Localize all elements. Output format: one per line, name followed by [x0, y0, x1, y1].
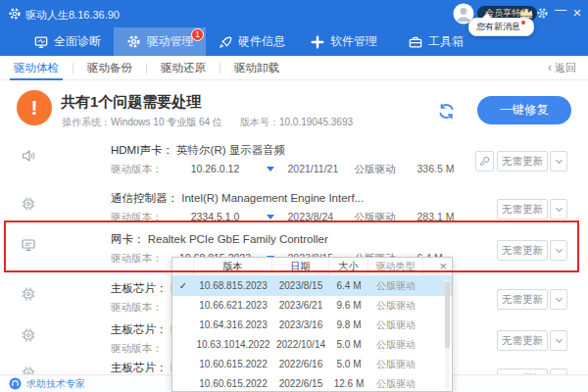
new-message-dot-icon — [521, 21, 525, 24]
version-row[interactable]: ✓ 10.68.815.20232023/8/156.4 M公版驱动 — [172, 276, 452, 296]
app-title: 驱动人生8.16.36.90 — [25, 8, 120, 23]
subtab-driver-backup[interactable]: 驱动备份 — [74, 56, 146, 80]
chevron-left-icon: ‹ — [548, 61, 552, 74]
driver-row-comm-controller: 通信控制器： Intel(R) Management Engine Interf… — [0, 186, 588, 233]
build-label: 版本号： — [240, 117, 279, 127]
main-nav: 全面诊断 驱动管理 1 硬件信息 软件管理 — [22, 27, 482, 56]
warning-icon: ! — [17, 90, 52, 125]
gear-icon — [126, 34, 141, 49]
version-row[interactable]: 10.66.621.20232023/6/219.6 M公版驱动 — [172, 296, 452, 316]
software-cross-icon — [311, 35, 324, 49]
check-icon: ✓ — [172, 276, 194, 296]
dropdown-header: 版本 日期 大小 驱动类型 — [172, 258, 452, 276]
wrench-icon — [479, 153, 490, 171]
version-dropdown-triangle-icon[interactable] — [267, 215, 274, 220]
os-label: 操作系统： — [62, 117, 111, 127]
no-update-button[interactable]: 无需更新 — [497, 151, 548, 172]
refresh-icon[interactable] — [437, 102, 456, 124]
tab-label: 软件管理 — [330, 33, 377, 50]
back-label: 返回 — [555, 62, 576, 74]
tooltip-text: 您有新消息 — [476, 22, 520, 31]
rocket-icon — [219, 35, 232, 49]
tab-software-management[interactable]: 软件管理 — [298, 27, 390, 56]
date-column-header: 日期 — [272, 258, 329, 275]
version-row[interactable]: 10.63.1014.20222022/10/145.0 M公版驱动 — [172, 335, 452, 355]
tab-label: 驱动管理 — [147, 33, 194, 50]
settings-gear-icon[interactable] — [536, 6, 549, 24]
no-update-button[interactable]: 无需更新 — [497, 240, 548, 261]
ask-expert-link[interactable]: 求助技术专家 — [26, 377, 85, 391]
new-message-tooltip[interactable]: 您有新消息 — [468, 18, 534, 36]
one-click-repair-button[interactable]: 一键修复 — [477, 96, 571, 124]
network-card-icon — [21, 237, 36, 257]
build-value: 10.0.19045.3693 — [279, 117, 353, 127]
tab-hardware-info[interactable]: 硬件信息 — [206, 27, 298, 56]
chevron-down-icon — [555, 294, 562, 301]
tab-full-diagnosis[interactable]: 全面诊断 — [22, 27, 114, 56]
app-logo-icon — [8, 7, 22, 24]
speaker-icon — [21, 148, 36, 168]
close-button[interactable]: × — [569, 4, 585, 21]
version-dropdown-triangle-icon[interactable] — [267, 167, 274, 172]
minimize-button[interactable]: — — [554, 3, 567, 17]
check-column-header — [172, 258, 194, 275]
chip-icon — [21, 327, 36, 347]
row-actions-dropdown[interactable] — [550, 151, 567, 172]
version-row[interactable]: 10.60.615.20222022/6/165.0 M公版驱动 — [172, 355, 452, 374]
sub-nav: 驱动体检 驱动备份 驱动还原 驱动卸载 ‹返回 — [0, 56, 588, 80]
app-window: 驱动人生8.16.36.90 会员享特权 — × 全面诊断 — [0, 0, 588, 392]
tab-label: 工具箱 — [428, 33, 464, 50]
issue-summary-title: 共有1个问题需要处理 — [61, 93, 201, 112]
notification-badge: 1 — [191, 28, 204, 41]
driver-title: 网卡： Realtek PCIe GbE Family Controller — [111, 232, 328, 247]
no-update-button[interactable]: 无需更新 — [497, 199, 548, 220]
close-icon[interactable]: × — [439, 259, 447, 273]
chip-icon — [21, 196, 36, 216]
row-actions-dropdown[interactable] — [550, 289, 567, 310]
size-column-header: 大小 — [329, 258, 368, 275]
no-update-button[interactable]: 无需更新 — [497, 330, 548, 351]
tab-driver-management[interactable]: 驱动管理 1 — [114, 27, 206, 56]
dropdown-scrollbar-thumb[interactable] — [445, 281, 450, 348]
driver-row-hdmi-audio: HDMI声卡： 英特尔(R) 显示器音频 驱动版本：10.26.0.122021… — [0, 138, 588, 185]
system-info: 操作系统：Windows 10 专业版 64 位版本号：10.0.19045.3… — [62, 116, 353, 129]
version-row[interactable]: 10.60.615.20222022/6/1512.6 M公版驱动 — [172, 374, 452, 392]
tab-label: 全面诊断 — [54, 33, 101, 50]
chip-icon — [21, 286, 36, 306]
version-row[interactable]: 10.64.316.20232023/3/169.8 M公版驱动 — [172, 316, 452, 335]
driver-details: 驱动版本：10.26.0.122021/11/21公版驱动336.5 M — [111, 163, 454, 176]
version-history-dropdown: 版本 日期 大小 驱动类型 ✓ 10.68.815.20232023/8/156… — [172, 257, 453, 392]
subtab-driver-restore[interactable]: 驱动还原 — [147, 56, 220, 80]
back-link[interactable]: ‹返回 — [548, 61, 576, 75]
no-update-button[interactable]: 无需更新 — [497, 289, 548, 310]
row-actions-dropdown[interactable] — [550, 199, 567, 220]
row-actions-dropdown[interactable] — [550, 330, 567, 351]
monitor-pulse-icon — [34, 35, 48, 49]
chevron-down-icon — [555, 156, 562, 163]
chevron-down-icon — [555, 245, 562, 252]
chevron-down-icon — [555, 335, 562, 342]
driver-title: 通信控制器： Intel(R) Management Engine Interf… — [111, 191, 364, 206]
version-column-header: 版本 — [194, 258, 272, 275]
driver-title: HDMI声卡： 英特尔(R) 显示器音频 — [111, 143, 285, 158]
support-headset-icon — [9, 377, 22, 390]
os-value: Windows 10 专业版 64 位 — [111, 117, 222, 127]
row-actions-dropdown[interactable] — [550, 240, 567, 261]
chevron-down-icon — [555, 204, 562, 211]
fix-tool-button[interactable] — [475, 151, 494, 172]
tab-label: 硬件信息 — [238, 33, 285, 50]
toolbox-icon — [409, 35, 422, 49]
subtab-driver-check[interactable]: 驱动体检 — [0, 56, 73, 80]
subtab-driver-uninstall[interactable]: 驱动卸载 — [220, 56, 293, 80]
driver-details: 驱动版本：2334.5.1.02023/8/24公版驱动283.1 M — [111, 211, 454, 224]
kind-column-header: 驱动类型 — [368, 258, 423, 275]
